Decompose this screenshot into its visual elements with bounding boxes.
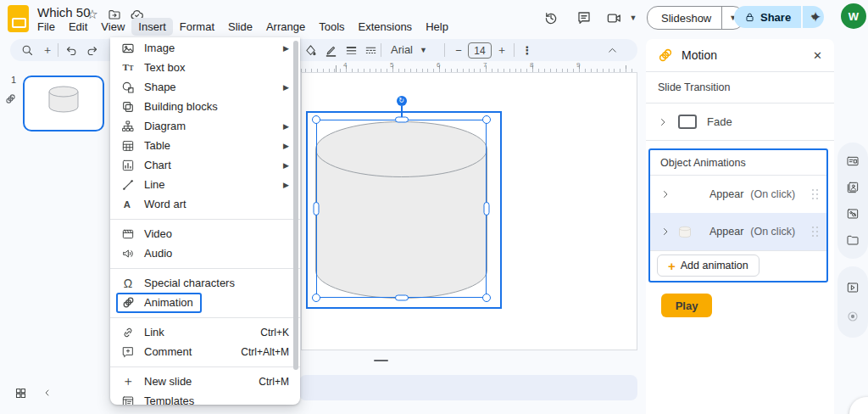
comment-icon [120, 344, 136, 360]
horizontal-ruler: 456789 [301, 61, 637, 73]
gemini-sparkle-icon[interactable]: ✦ [810, 8, 821, 26]
font-size-field[interactable]: 14 [468, 42, 492, 59]
collapse-toolbar-icon[interactable] [605, 43, 619, 57]
image-person-icon[interactable] [845, 206, 860, 221]
contact-card-icon[interactable] [845, 154, 860, 169]
menu-item-shape[interactable]: Shape ▶ [110, 77, 300, 97]
menu-arrange[interactable]: Arrange [259, 18, 312, 36]
insert-menu: Image ▶ TT Text box Shape ▶ Building blo… [110, 37, 300, 405]
version-history-icon[interactable] [542, 9, 559, 26]
add-animation-button[interactable]: + Add animation [657, 255, 760, 277]
more-options-icon[interactable]: ⋮ [520, 43, 534, 57]
menu-item-audio[interactable]: Audio [110, 243, 300, 263]
resize-handle-se[interactable] [482, 294, 491, 302]
layouts-grid-icon[interactable] [14, 386, 27, 400]
menu-view[interactable]: View [94, 18, 131, 36]
resize-handle-e[interactable] [484, 202, 490, 215]
meet-camera-icon[interactable] [605, 9, 622, 26]
folder-icon[interactable] [845, 232, 860, 248]
collapse-filmstrip-icon[interactable] [41, 386, 54, 400]
menu-item-building-blocks[interactable]: Building blocks [110, 97, 300, 116]
submenu-arrow-icon: ▶ [283, 122, 289, 131]
menu-item-word-art[interactable]: A Word art [110, 194, 300, 214]
account-avatar[interactable]: W [841, 3, 866, 29]
motion-panel-header: Motion ✕ [646, 39, 834, 71]
side-panel-rail-top [837, 143, 868, 259]
menu-scrollbar[interactable] [293, 41, 298, 370]
border-dash-icon[interactable] [364, 43, 377, 57]
redo-icon[interactable] [85, 43, 98, 57]
floating-help-button[interactable] [849, 397, 868, 414]
slide-number: 1 [11, 75, 16, 85]
slides-logo-icon[interactable] [8, 5, 29, 32]
menu-item-special-characters[interactable]: Ω Special characters [110, 273, 300, 293]
transition-preview-icon [678, 115, 697, 129]
menu-item-table[interactable]: Table ▶ [110, 136, 300, 155]
menu-extensions[interactable]: Extensions [352, 18, 420, 36]
speaker-notes-bar[interactable] [299, 375, 637, 400]
increase-font-size-icon[interactable]: ＋ [495, 43, 509, 57]
notes-resize-handle[interactable] [374, 360, 388, 361]
copies-icon[interactable] [845, 180, 860, 195]
menu-slide[interactable]: Slide [221, 18, 259, 36]
zoom-icon[interactable]: ＋ [41, 43, 54, 57]
text-box-icon: TT [120, 60, 136, 76]
resize-handle-sw[interactable] [312, 294, 320, 302]
record-icon[interactable] [845, 309, 860, 324]
menu-item-video[interactable]: Video [110, 224, 300, 243]
animation-row-1[interactable]: Appear (On click) [650, 176, 826, 213]
search-menus-icon[interactable] [20, 43, 34, 57]
animation-focus-ring: Animation [116, 293, 202, 313]
drag-handle-icon[interactable] [812, 227, 818, 238]
animation-row-2[interactable]: Appear (On click) [650, 213, 826, 250]
border-color-icon[interactable] [324, 43, 337, 57]
image-icon [120, 41, 136, 56]
menu-tools[interactable]: Tools [312, 18, 351, 36]
menu-edit[interactable]: Edit [62, 18, 94, 36]
fill-color-icon[interactable] [303, 43, 317, 57]
menu-item-new-slide[interactable]: ＋ New slide Ctrl+M [110, 372, 300, 391]
resize-handle-s[interactable] [395, 295, 409, 301]
menu-item-text-box[interactable]: TT Text box [110, 58, 300, 77]
menu-format[interactable]: Format [173, 18, 221, 36]
object-animations-section: Object Animations Appear (On click) Appe… [648, 148, 828, 283]
resize-handle-nw[interactable] [312, 115, 320, 124]
menu-item-link[interactable]: Link Ctrl+K [110, 322, 300, 342]
resize-handle-ne[interactable] [482, 115, 491, 124]
menu-insert[interactable]: Insert [131, 18, 173, 36]
font-family-select[interactable]: Arial ▼ [391, 43, 427, 56]
rotation-handle[interactable]: ↻ [397, 96, 407, 106]
present-play-icon[interactable] [845, 280, 860, 295]
submenu-arrow-icon: ▶ [283, 142, 289, 150]
special-characters-icon: Ω [120, 276, 136, 291]
menu-item-chart[interactable]: Chart ▶ [110, 155, 300, 175]
close-panel-icon[interactable]: ✕ [813, 49, 822, 62]
transition-row[interactable]: Fade [646, 104, 834, 140]
slide-thumbnail[interactable] [23, 76, 104, 131]
new-slide-icon: ＋ [120, 374, 136, 389]
menu-file[interactable]: File [31, 18, 62, 36]
drag-handle-icon[interactable] [812, 189, 818, 200]
menu-item-templates[interactable]: Templates [110, 391, 300, 405]
resize-handle-n[interactable] [395, 117, 409, 123]
menu-help[interactable]: Help [419, 18, 455, 36]
menu-item-animation[interactable]: Animation [110, 293, 300, 312]
table-icon [120, 138, 136, 154]
submenu-arrow-icon: ▶ [283, 44, 289, 53]
slide-editing-surface[interactable]: ↻ [301, 72, 637, 350]
undo-icon[interactable] [64, 43, 78, 57]
menu-item-diagram[interactable]: Diagram ▶ [110, 116, 300, 136]
submenu-arrow-icon: ▶ [283, 161, 289, 170]
play-button[interactable]: Play [661, 294, 712, 317]
menu-item-image[interactable]: Image ▶ [110, 38, 300, 58]
camera-dropdown-icon[interactable]: ▼ [625, 9, 642, 26]
video-icon [120, 227, 136, 242]
slideshow-button[interactable]: Slideshow ▼ [647, 6, 744, 30]
decrease-font-size-icon[interactable]: − [452, 43, 465, 57]
menu-item-comment[interactable]: Comment Ctrl+Alt+M [110, 342, 300, 361]
submenu-arrow-icon: ▶ [283, 181, 289, 189]
menu-item-line[interactable]: Line ▶ [110, 175, 300, 194]
border-weight-icon[interactable] [344, 43, 358, 57]
comments-icon[interactable] [576, 9, 593, 26]
resize-handle-w[interactable] [314, 202, 320, 215]
